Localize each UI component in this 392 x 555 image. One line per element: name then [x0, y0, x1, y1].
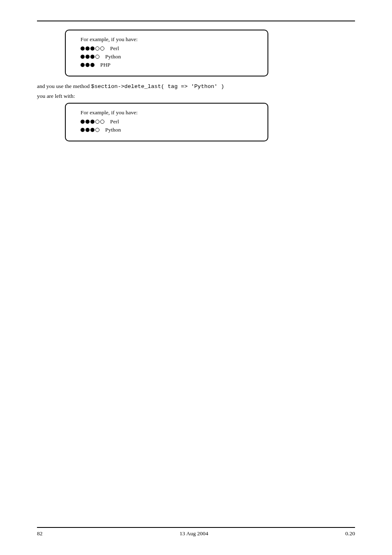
panel1-text-0: Perl	[110, 45, 119, 52]
panel1-text-2: PHP	[100, 62, 111, 68]
rating-dots-icon	[81, 46, 104, 51]
panel2-line-0: Perl	[81, 118, 267, 125]
panel1-line-2: PHP	[81, 62, 267, 68]
footer-center: 13 Aug 2004	[180, 530, 208, 537]
rating-dots-icon	[81, 120, 104, 124]
footer-right: 0.20	[345, 530, 355, 537]
panel2-line-1: Python	[81, 127, 267, 133]
panel1-line-1: Python	[81, 53, 267, 60]
rating-dots-icon	[81, 63, 95, 67]
page-footer: 82 13 Aug 2004 0.20	[37, 527, 355, 537]
example-panel-1: For example, if you have: Perl Python PH…	[65, 30, 268, 76]
panel2-text-0: Perl	[110, 118, 119, 125]
rating-dots-icon	[81, 128, 99, 132]
panel2-text-1: Python	[105, 127, 121, 133]
top-rule	[37, 21, 355, 21]
panel1-line-0: Perl	[81, 45, 267, 52]
panel1-heading: For example, if you have:	[81, 36, 267, 43]
footer-left: 82	[37, 530, 43, 537]
bottom-rule	[37, 527, 355, 528]
rating-dots-icon	[81, 55, 99, 59]
example-panel-2: For example, if you have: Perl Python	[65, 103, 268, 141]
panel2-heading: For example, if you have:	[81, 109, 267, 116]
method-heading: and you use the method $section->delete_…	[37, 83, 355, 90]
panel1-text-1: Python	[105, 53, 121, 60]
intermediate-text: you are left with:	[37, 93, 355, 99]
